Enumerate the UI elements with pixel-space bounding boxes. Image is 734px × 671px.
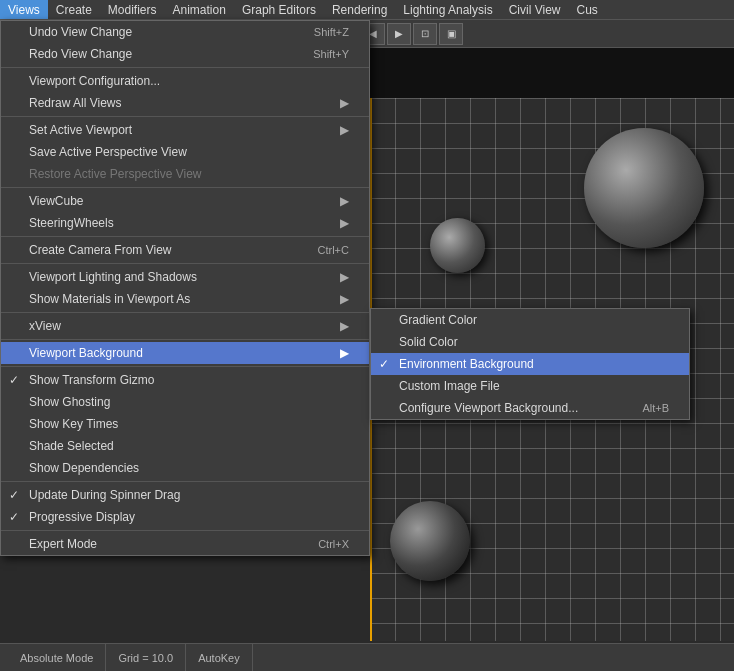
shortcut: Ctrl+C [318, 244, 349, 256]
menu-label: Solid Color [399, 335, 458, 349]
submenu-custom-image[interactable]: Custom Image File [371, 375, 689, 397]
menu-label: Custom Image File [399, 379, 500, 393]
menu-viewcube[interactable]: ViewCube ▶ [1, 190, 369, 212]
menu-civil[interactable]: Civil View [501, 0, 569, 19]
sep-10 [1, 530, 369, 531]
menu-rendering[interactable]: Rendering [324, 0, 395, 19]
menu-custom[interactable]: Cus [569, 0, 606, 19]
menu-save-perspective[interactable]: Save Active Perspective View [1, 141, 369, 163]
menu-label: Show Ghosting [29, 395, 110, 409]
menu-views[interactable]: Views [0, 0, 48, 19]
menu-animation[interactable]: Animation [165, 0, 234, 19]
status-tab-2[interactable]: Grid = 10.0 [106, 644, 186, 671]
menu-label: Show Dependencies [29, 461, 139, 475]
submenu-configure-viewport[interactable]: Configure Viewport Background... Alt+B [371, 397, 689, 419]
menu-label: Redo View Change [29, 47, 132, 61]
sep-2 [1, 116, 369, 117]
menu-label: Shade Selected [29, 439, 114, 453]
shortcut: Alt+B [642, 402, 669, 414]
arrow-icon: ▶ [340, 216, 349, 230]
menu-label: xView [29, 319, 61, 333]
menu-create[interactable]: Create [48, 0, 100, 19]
submenu-gradient-color[interactable]: Gradient Color [371, 309, 689, 331]
menu-label: Expert Mode [29, 537, 97, 551]
menu-label: Undo View Change [29, 25, 132, 39]
menu-bar: Views Create Modifiers Animation Graph E… [0, 0, 734, 20]
viewport-background-submenu: Gradient Color Solid Color ✓ Environment… [370, 308, 690, 420]
menu-viewport-lighting[interactable]: Viewport Lighting and Shadows ▶ [1, 266, 369, 288]
sphere-medium [390, 501, 470, 581]
toolbar-btn-11[interactable]: ▣ [439, 23, 463, 45]
menu-xview[interactable]: xView ▶ [1, 315, 369, 337]
toolbar-btn-9[interactable]: ▶ [387, 23, 411, 45]
shortcut: Shift+Z [314, 26, 349, 38]
menu-redraw-all[interactable]: Redraw All Views ▶ [1, 92, 369, 114]
sep-9 [1, 481, 369, 482]
menu-steeringwheels[interactable]: SteeringWheels ▶ [1, 212, 369, 234]
status-tab-1[interactable]: Absolute Mode [8, 644, 106, 671]
sep-3 [1, 187, 369, 188]
arrow-icon: ▶ [340, 319, 349, 333]
menu-label: Viewport Lighting and Shadows [29, 270, 197, 284]
menu-graph-editors[interactable]: Graph Editors [234, 0, 324, 19]
menu-label: Viewport Background [29, 346, 143, 360]
menu-label: ViewCube [29, 194, 83, 208]
status-bar: Absolute Mode Grid = 10.0 AutoKey [0, 643, 734, 671]
sep-7 [1, 339, 369, 340]
menu-progressive-display[interactable]: ✓ Progressive Display [1, 506, 369, 528]
submenu-environment-background[interactable]: ✓ Environment Background [371, 353, 689, 375]
sep-5 [1, 263, 369, 264]
menu-show-dependencies[interactable]: Show Dependencies [1, 457, 369, 479]
menu-modifiers[interactable]: Modifiers [100, 0, 165, 19]
sep-4 [1, 236, 369, 237]
arrow-icon: ▶ [340, 123, 349, 137]
toolbar-btn-10[interactable]: ⊡ [413, 23, 437, 45]
menu-expert-mode[interactable]: Expert Mode Ctrl+X [1, 533, 369, 555]
sep-1 [1, 67, 369, 68]
menu-label: Create Camera From View [29, 243, 172, 257]
shortcut: Shift+Y [313, 48, 349, 60]
sep-8 [1, 366, 369, 367]
status-tab-3[interactable]: AutoKey [186, 644, 253, 671]
arrow-icon: ▶ [340, 270, 349, 284]
menu-show-key-times[interactable]: Show Key Times [1, 413, 369, 435]
status-label: AutoKey [198, 652, 240, 664]
menu-shade-selected[interactable]: Shade Selected [1, 435, 369, 457]
sphere-small [430, 218, 485, 273]
checkmark-icon: ✓ [379, 357, 389, 371]
menu-viewport-config[interactable]: Viewport Configuration... [1, 70, 369, 92]
menu-restore-perspective[interactable]: Restore Active Perspective View [1, 163, 369, 185]
menu-set-active-viewport[interactable]: Set Active Viewport ▶ [1, 119, 369, 141]
arrow-icon: ▶ [340, 194, 349, 208]
menu-show-ghosting[interactable]: Show Ghosting [1, 391, 369, 413]
menu-show-materials[interactable]: Show Materials in Viewport As ▶ [1, 288, 369, 310]
menu-undo-view-change[interactable]: Undo View Change Shift+Z [1, 21, 369, 43]
menu-update-spinner[interactable]: ✓ Update During Spinner Drag [1, 484, 369, 506]
menu-create-camera[interactable]: Create Camera From View Ctrl+C [1, 239, 369, 261]
menu-label: Show Key Times [29, 417, 118, 431]
shortcut: Ctrl+X [318, 538, 349, 550]
menu-label: Save Active Perspective View [29, 145, 187, 159]
checkmark-icon: ✓ [9, 488, 19, 502]
menu-label: SteeringWheels [29, 216, 114, 230]
arrow-icon: ▶ [340, 346, 349, 360]
menu-label: Show Transform Gizmo [29, 373, 154, 387]
menu-label: Environment Background [399, 357, 534, 371]
views-dropdown: Undo View Change Shift+Z Redo View Chang… [0, 20, 370, 556]
sep-6 [1, 312, 369, 313]
menu-label: Restore Active Perspective View [29, 167, 202, 181]
menu-label: Progressive Display [29, 510, 135, 524]
menu-label: Show Materials in Viewport As [29, 292, 190, 306]
menu-show-transform-gizmo[interactable]: ✓ Show Transform Gizmo [1, 369, 369, 391]
menu-lighting[interactable]: Lighting Analysis [395, 0, 500, 19]
submenu-solid-color[interactable]: Solid Color [371, 331, 689, 353]
menu-label: Configure Viewport Background... [399, 401, 578, 415]
menu-label: Viewport Configuration... [29, 74, 160, 88]
checkmark-icon: ✓ [9, 373, 19, 387]
sphere-large [584, 128, 704, 248]
menu-viewport-background[interactable]: Viewport Background ▶ [1, 342, 369, 364]
menu-redo-view-change[interactable]: Redo View Change Shift+Y [1, 43, 369, 65]
status-label: Grid = 10.0 [118, 652, 173, 664]
menu-label: Update During Spinner Drag [29, 488, 180, 502]
checkmark-icon: ✓ [9, 510, 19, 524]
